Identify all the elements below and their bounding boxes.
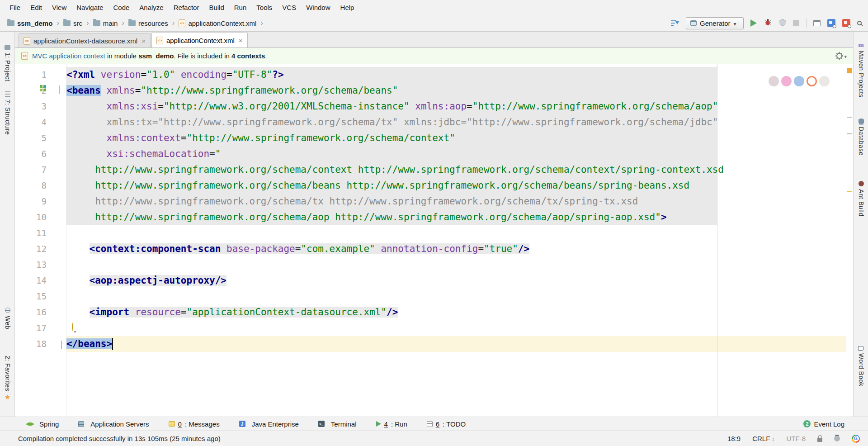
toolwindow-button-web[interactable]: Web [0,308,15,329]
line-number[interactable]: 7 [15,162,66,178]
line-number[interactable]: 4 [15,114,66,130]
menu-help[interactable]: Help [335,4,359,11]
debug-button[interactable] [764,19,772,28]
tab-applicationContext[interactable]: <> applicationContext.xml [151,33,248,47]
toolwindow-button-app-servers[interactable]: Application Servers [78,420,149,428]
toolwindow-button-java-enterprise[interactable]: J Java Enterprise [239,420,299,428]
sort-icon[interactable] [671,20,679,26]
code-line-8[interactable]: http://www.springframework.org/schema/be… [66,178,846,194]
code-line-12[interactable]: <context:component-scan base-package="co… [66,241,846,257]
code-line-11[interactable] [66,225,846,241]
toolwindow-button-run[interactable]: 4: Run [376,420,407,428]
code-line-5[interactable]: xmlns:context="http://www.springframewor… [66,130,846,146]
line-number[interactable]: 6 [15,146,66,162]
line-number[interactable]: 14 [15,273,66,289]
toolwindow-button-ant[interactable]: Ant Build [854,181,868,217]
toolwindow-button-maven[interactable]: m Maven Projects [854,42,868,97]
toolwindow-button-wordbook[interactable]: Word Book [854,346,868,387]
menu-edit[interactable]: Edit [25,4,47,11]
code-line-13[interactable] [66,257,846,273]
line-number[interactable]: 11 [15,225,66,241]
line-ending-selector[interactable]: CRLF [752,435,774,442]
code-line-14[interactable]: <aop:aspectj-autoproxy/> [66,273,846,289]
toolwindow-button-todo[interactable]: 6: TODO [427,420,466,428]
line-number[interactable]: 5 [15,130,66,146]
toolwindow-button-project[interactable]: 1: Project [0,45,15,81]
line-number[interactable]: 12 [15,241,66,257]
file-status-warning-marker[interactable] [847,68,852,73]
stop-button[interactable] [793,20,799,26]
code-line-4[interactable]: xmlns:tx="http://www.springframework.org… [66,114,846,130]
plugin-search-blue-icon[interactable] [827,19,835,27]
line-number[interactable]: 10 [15,209,66,225]
line-number[interactable]: 3 [15,99,66,114]
menu-navigate[interactable]: Navigate [71,4,108,11]
toolwindow-button-event-log[interactable]: 2 Event Log [803,420,844,428]
spring-bean-gutter-icon[interactable] [40,85,46,91]
close-icon[interactable] [238,37,243,44]
plugin-search-red-icon[interactable] [842,19,850,27]
tab-applicationContext-datasource[interactable]: <> applicationContext-datasource.xml [19,33,151,47]
g-plugin-icon[interactable] [852,435,860,443]
fold-marker-icon[interactable] [59,85,60,94]
toolwindow-button-structure[interactable]: 7: Structure [0,91,15,135]
stripe-warning-marker[interactable] [847,191,852,192]
toolwindow-button-database[interactable]: Database [854,119,868,156]
stripe-marker[interactable] [847,133,852,134]
inspections-hector-icon[interactable] [834,436,840,441]
restore-layout-icon[interactable] [813,20,821,26]
toolwindow-button-terminal[interactable]: >_ Terminal [318,420,357,428]
code-line-9[interactable]: http://www.springframework.org/schema/tx… [66,194,846,209]
line-number[interactable]: 15 [15,289,66,304]
coverage-button[interactable] [779,19,786,28]
menu-window[interactable]: Window [301,4,335,11]
run-button[interactable] [750,19,757,27]
line-number[interactable]: 17 [15,320,66,336]
code-line-16[interactable]: <import resource="applicationContext-dat… [66,304,846,320]
code-line-7[interactable]: http://www.springframework.org/schema/co… [66,162,846,178]
menu-run[interactable]: Run [229,4,252,11]
code-line-1[interactable]: <?xml version="1.0" encoding="UTF-8"?> [66,67,846,83]
search-everywhere-icon[interactable] [857,21,862,25]
close-icon[interactable] [141,38,146,44]
menu-view[interactable]: View [47,4,71,11]
toolwindow-button-messages[interactable]: 0: Messages [169,420,220,428]
run-configuration-select[interactable]: Generator [686,17,744,29]
menu-analyze[interactable]: Analyze [134,4,168,11]
breadcrumb-file[interactable]: <> applicationContext.xml [178,19,257,28]
intention-bulb-icon[interactable] [72,323,73,331]
toolwindow-button-favorites[interactable]: 2: Favorites ★ [0,356,15,400]
line-number[interactable]: 1 [15,67,66,83]
line-number[interactable]: 18 [15,336,66,352]
line-number[interactable]: 8 [15,178,66,194]
caret-position[interactable]: 18:9 [727,435,741,442]
menu-refactor[interactable]: Refactor [169,4,204,11]
code-line-15[interactable] [66,289,846,304]
menu-build[interactable]: Build [204,4,229,11]
breadcrumb-src[interactable]: src [62,19,83,28]
encoding-selector[interactable]: UTF-8 [787,435,806,442]
code-line-10[interactable]: http://www.springframework.org/schema/ao… [66,209,846,225]
notification-settings[interactable] [836,52,847,60]
fold-marker-icon[interactable] [61,341,62,349]
line-number[interactable]: 16 [15,304,66,320]
breadcrumb-main[interactable]: main [92,19,119,28]
line-number[interactable]: 13 [15,257,66,273]
readonly-lock-icon[interactable] [817,438,822,442]
code-line-2[interactable]: <beans xmlns="http://www.springframework… [66,83,846,99]
toolwindow-button-spring[interactable]: Spring [27,420,59,428]
line-number[interactable]: 9 [15,194,66,209]
code-line-6[interactable]: xsi:schemaLocation=" [66,146,846,162]
menu-code[interactable]: Code [108,4,134,11]
breadcrumb-project[interactable]: ssm_demo [6,19,53,28]
menu-vcs[interactable]: VCS [277,4,301,11]
code-line-17[interactable] [66,320,846,336]
code-line-3[interactable]: xmlns:xsi="http://www.w3.org/2001/XMLSch… [66,99,846,114]
mvc-context-link[interactable]: MVC application context [32,52,105,60]
breadcrumb-resources[interactable]: resources [127,19,169,28]
menu-tools[interactable]: Tools [251,4,277,11]
editor-pane[interactable]: 123456789101112131415161718 <?xml versio… [15,64,853,417]
code-line-18[interactable]: </beans> [66,336,846,352]
stripe-marker[interactable] [847,117,852,118]
menu-file[interactable]: File [5,4,25,11]
